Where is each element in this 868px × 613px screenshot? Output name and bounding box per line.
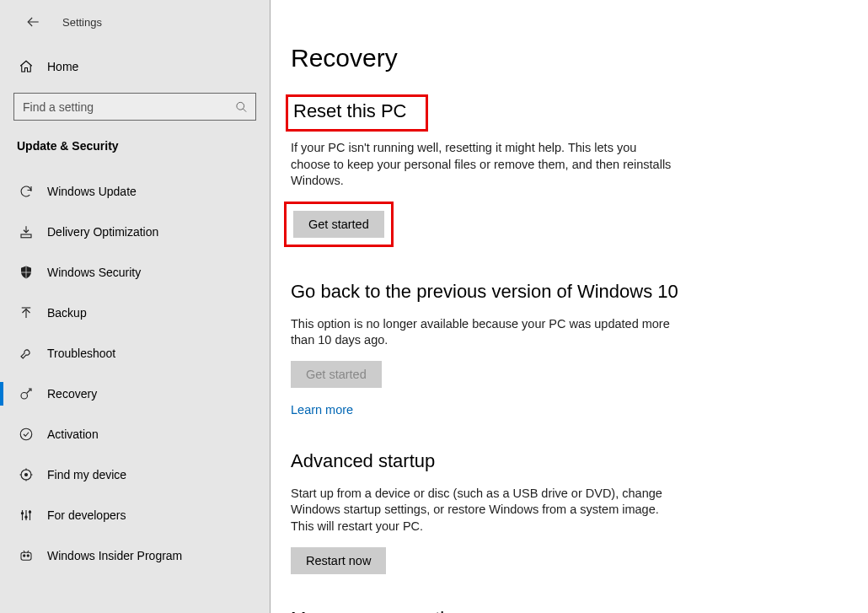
svg-point-0 xyxy=(237,102,244,110)
sidebar-item-delivery-optimization[interactable]: Delivery Optimization xyxy=(0,212,270,252)
sidebar-item-backup[interactable]: Backup xyxy=(0,293,270,333)
sidebar-item-label: Windows Insider Program xyxy=(47,549,182,562)
section-title: Go back to the previous version of Windo… xyxy=(291,281,678,303)
section-text: If your PC isn't running well, resetting… xyxy=(291,140,678,190)
search-container xyxy=(13,93,256,121)
download-icon xyxy=(17,224,35,239)
location-icon xyxy=(17,467,35,482)
nav-list: Windows Update Delivery Optimization Win… xyxy=(0,171,270,576)
svg-point-3 xyxy=(20,428,32,440)
sidebar-item-troubleshoot[interactable]: Troubleshoot xyxy=(0,333,270,374)
sidebar: Settings Home Update & Security Windows … xyxy=(0,0,271,613)
home-icon xyxy=(17,59,35,74)
sidebar-item-label: Backup xyxy=(47,306,87,320)
sidebar-item-label: Recovery xyxy=(47,387,97,401)
search-icon xyxy=(235,100,248,113)
svg-point-2 xyxy=(21,393,28,400)
home-nav[interactable]: Home xyxy=(0,51,270,83)
sidebar-item-windows-insider[interactable]: Windows Insider Program xyxy=(0,535,270,576)
check-circle-icon xyxy=(17,427,35,442)
sidebar-item-windows-security[interactable]: Windows Security xyxy=(0,252,270,293)
insider-icon xyxy=(17,548,35,563)
developers-icon xyxy=(17,508,35,523)
section-title: More recovery options xyxy=(291,608,474,614)
wrench-icon xyxy=(17,346,35,361)
sidebar-item-label: Find my device xyxy=(47,468,126,481)
sidebar-item-activation[interactable]: Activation xyxy=(0,414,270,454)
sidebar-item-label: Activation xyxy=(47,427,99,441)
sidebar-item-label: For developers xyxy=(47,508,126,522)
get-started-disabled-button: Get started xyxy=(291,361,382,388)
page-title: Recovery xyxy=(291,44,834,73)
svg-point-5 xyxy=(25,474,28,476)
section-title: Advanced startup xyxy=(291,450,435,472)
get-started-button[interactable]: Get started xyxy=(293,211,384,238)
section-reset-pc: Reset this PC If your PC isn't running w… xyxy=(291,94,678,247)
section-text: Start up from a device or disc (such as … xyxy=(291,486,678,535)
highlight-reset-title: Reset this PC xyxy=(286,94,428,132)
sync-icon xyxy=(17,184,35,199)
sidebar-item-label: Delivery Optimization xyxy=(47,225,158,239)
svg-point-7 xyxy=(25,516,27,518)
section-advanced-startup: Advanced startup Start up from a device … xyxy=(291,450,678,574)
svg-point-8 xyxy=(29,511,30,513)
section-text: This option is no longer available becau… xyxy=(291,316,678,349)
learn-more-link[interactable]: Learn more xyxy=(291,403,353,417)
arrow-up-icon xyxy=(17,305,35,320)
section-more-options: More recovery options xyxy=(291,608,678,614)
search-input[interactable] xyxy=(13,93,256,121)
svg-rect-9 xyxy=(21,552,31,560)
home-label: Home xyxy=(47,60,78,73)
sidebar-item-windows-update[interactable]: Windows Update xyxy=(0,171,270,212)
svg-point-11 xyxy=(27,555,29,557)
shield-icon xyxy=(17,265,35,280)
svg-point-10 xyxy=(24,555,25,557)
section-go-back: Go back to the previous version of Windo… xyxy=(291,281,678,417)
svg-rect-1 xyxy=(21,234,31,238)
app-title: Settings xyxy=(62,16,102,29)
sidebar-header: Settings xyxy=(0,5,270,39)
category-label: Update & Security xyxy=(0,121,270,171)
sidebar-item-label: Troubleshoot xyxy=(47,347,115,360)
recovery-icon xyxy=(17,386,35,401)
sidebar-item-label: Windows Security xyxy=(47,266,141,279)
back-icon[interactable] xyxy=(24,13,42,31)
sidebar-item-for-developers[interactable]: For developers xyxy=(0,495,270,535)
svg-point-6 xyxy=(21,513,23,514)
main-content: Recovery Reset this PC If your PC isn't … xyxy=(271,0,868,613)
highlight-reset-button: Get started xyxy=(284,202,394,247)
sidebar-item-label: Windows Update xyxy=(47,185,137,198)
section-title: Reset this PC xyxy=(293,100,407,122)
sidebar-item-recovery[interactable]: Recovery xyxy=(0,374,270,414)
sidebar-item-find-my-device[interactable]: Find my device xyxy=(0,454,270,495)
restart-now-button[interactable]: Restart now xyxy=(291,547,386,574)
